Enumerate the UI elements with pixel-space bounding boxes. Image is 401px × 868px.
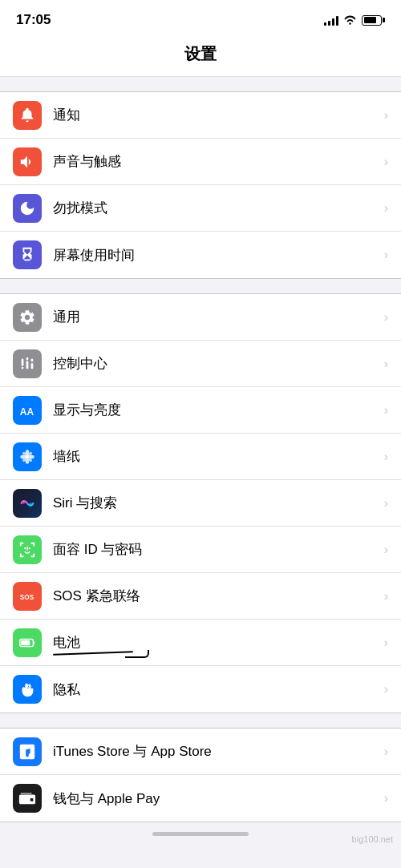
status-time: 17:05 (16, 12, 51, 28)
screentime-chevron: › (384, 248, 388, 262)
svg-text:AA: AA (20, 406, 34, 417)
settings-item-faceid[interactable]: 面容 ID 与密码 › (0, 527, 401, 573)
settings-item-screentime[interactable]: 屏幕使用时间 › (0, 232, 401, 278)
privacy-icon-wrapper (13, 675, 42, 704)
settings-item-battery[interactable]: 电池 › (0, 620, 401, 666)
svg-text:SOS: SOS (20, 593, 34, 600)
section-1: 通知 › 声音与触感 › 勿扰模式 › (0, 91, 401, 279)
settings-item-dnd[interactable]: 勿扰模式 › (0, 185, 401, 232)
svg-rect-23 (33, 553, 34, 557)
svg-rect-3 (26, 361, 29, 369)
siri-chevron: › (384, 496, 388, 511)
itunes-label: iTunes Store 与 App Store (53, 742, 378, 761)
dnd-icon-wrapper (13, 194, 42, 223)
svg-point-25 (29, 547, 30, 549)
bottom-bar (0, 832, 401, 849)
settings-item-wallpaper[interactable]: 墙纸 › (0, 434, 401, 480)
status-bar: 17:05 (0, 0, 401, 35)
aa-icon: AA (18, 402, 36, 419)
display-label: 显示与亮度 (53, 401, 378, 419)
itunes-icon-wrapper (13, 737, 42, 766)
svg-rect-4 (31, 363, 34, 369)
notifications-label: 通知 (53, 106, 378, 124)
screentime-label: 屏幕使用时间 (53, 246, 378, 264)
siri-label: Siri 与搜索 (53, 494, 378, 512)
itunes-icon (18, 743, 36, 761)
display-chevron: › (384, 403, 388, 418)
svg-rect-20 (20, 542, 22, 546)
faceid-chevron: › (384, 543, 388, 557)
wallpaper-icon-wrapper (13, 442, 42, 471)
wallet-chevron: › (384, 791, 388, 805)
hand-icon (18, 680, 36, 698)
sos-icon: SOS (18, 587, 36, 605)
faceid-icon-wrapper (13, 535, 42, 564)
page-title-bar: 设置 (0, 35, 401, 77)
settings-list-3: iTunes Store 与 App Store › 钱包与 Apple Pay… (0, 728, 401, 822)
faceid-icon (18, 541, 36, 559)
privacy-chevron: › (384, 682, 388, 696)
signal-icon (324, 14, 338, 26)
wallpaper-label: 墙纸 (53, 447, 378, 466)
hourglass-icon (18, 246, 36, 264)
sounds-chevron: › (384, 155, 388, 169)
flower-icon (18, 448, 36, 466)
wallet-icon-wrapper (13, 784, 42, 813)
notifications-chevron: › (384, 108, 388, 123)
privacy-label: 隐私 (53, 680, 378, 699)
section-2: 通用 › 控制中心 › AA (0, 293, 401, 713)
general-label: 通用 (53, 308, 378, 326)
wifi-icon (343, 15, 357, 26)
status-icons (324, 14, 385, 26)
bell-icon (18, 107, 36, 124)
home-indicator (152, 832, 249, 836)
settings-item-controlcenter[interactable]: 控制中心 › (0, 341, 401, 387)
settings-list-1: 通知 › 声音与触感 › 勿扰模式 › (0, 91, 401, 279)
battery-icon-wrapper (13, 628, 42, 657)
sounds-label: 声音与触感 (53, 152, 378, 171)
settings-list-2: 通用 › 控制中心 › AA (0, 293, 401, 713)
annotation-underline (53, 651, 133, 655)
display-icon-wrapper: AA (13, 396, 42, 425)
watermark: big100.net (352, 834, 393, 844)
controlcenter-chevron: › (384, 357, 388, 371)
settings-item-wallet[interactable]: 钱包与 Apple Pay › (0, 775, 401, 822)
controlcenter-label: 控制中心 (53, 354, 378, 373)
svg-rect-21 (33, 542, 34, 546)
siri-icon-wrapper (13, 489, 42, 518)
general-chevron: › (384, 310, 388, 325)
svg-rect-2 (26, 357, 29, 360)
settings-item-itunes[interactable]: iTunes Store 与 App Store › (0, 729, 401, 775)
section-3: iTunes Store 与 App Store › 钱包与 Apple Pay… (0, 728, 401, 822)
wallpaper-chevron: › (384, 450, 388, 464)
siri-icon (18, 495, 36, 512)
page-title: 设置 (184, 45, 217, 63)
faceid-label: 面容 ID 与密码 (53, 540, 378, 559)
settings-item-sounds[interactable]: 声音与触感 › (0, 139, 401, 185)
settings-item-general[interactable]: 通用 › (0, 294, 401, 341)
battery-status-icon (362, 15, 385, 26)
sound-icon (18, 153, 36, 171)
svg-rect-1 (22, 366, 24, 369)
screentime-icon-wrapper (13, 240, 42, 269)
dnd-chevron: › (384, 201, 388, 216)
itunes-chevron: › (384, 745, 388, 759)
battery-chevron: › (384, 636, 388, 650)
dnd-label: 勿扰模式 (53, 199, 378, 217)
settings-item-siri[interactable]: Siri 与搜索 › (0, 480, 401, 527)
svg-rect-22 (20, 553, 22, 557)
sos-icon-wrapper: SOS (13, 582, 42, 611)
svg-rect-0 (22, 358, 24, 365)
settings-item-sos[interactable]: SOS SOS 紧急联络 › (0, 573, 401, 620)
svg-point-24 (24, 547, 26, 549)
gear-icon (18, 309, 36, 326)
settings-item-display[interactable]: AA 显示与亮度 › (0, 387, 401, 434)
settings-item-notifications[interactable]: 通知 › (0, 92, 401, 139)
moon-icon (18, 200, 36, 217)
wallet-label: 钱包与 Apple Pay (53, 789, 378, 808)
svg-rect-29 (33, 641, 34, 644)
sliders-icon (18, 355, 36, 373)
sos-label: SOS 紧急联络 (53, 587, 378, 605)
settings-item-privacy[interactable]: 隐私 › (0, 666, 401, 713)
notifications-icon-wrapper (13, 101, 42, 130)
